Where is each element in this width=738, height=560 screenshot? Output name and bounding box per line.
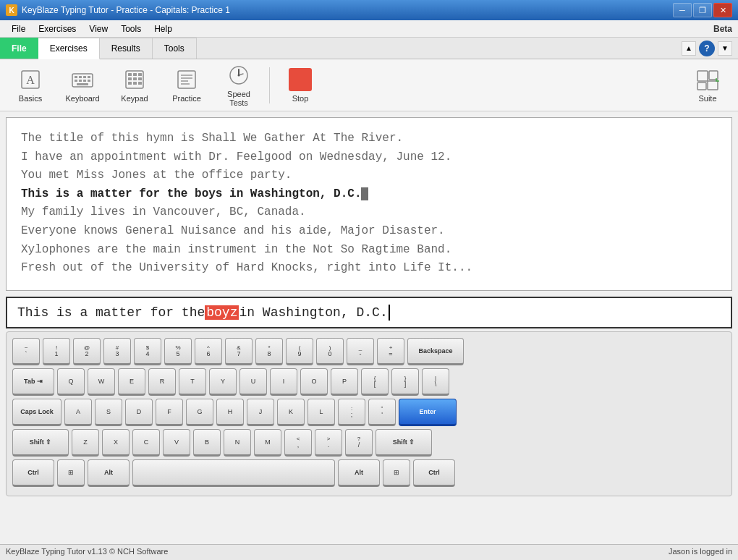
tab-scroll-up[interactable]: ▲ [682, 41, 696, 56]
key-t[interactable]: T [179, 368, 206, 396]
key-ctrl-left[interactable]: Ctrl [12, 459, 54, 487]
key-rbracket[interactable]: }] [391, 368, 419, 396]
exercise-line-0: The title of this hymn is Shall We Gathe… [21, 130, 717, 148]
menu-bar: File Exercises View Tools Help Beta [0, 20, 738, 38]
menu-file[interactable]: File [6, 22, 31, 35]
key-q[interactable]: Q [57, 368, 85, 396]
restore-button[interactable]: ❐ [693, 3, 712, 17]
key-capslock[interactable]: Caps Lock [12, 399, 62, 426]
key-ctrl-right[interactable]: Ctrl [413, 459, 455, 487]
tab-tools[interactable]: Tools [153, 38, 197, 59]
status-left: KeyBlaze Typing Tutor v1.13 © NCH Softwa… [6, 547, 168, 558]
toolbar-keypad-button[interactable]: Keypad [110, 64, 159, 107]
key-l[interactable]: L [308, 399, 335, 426]
tab-file[interactable]: File [0, 38, 38, 59]
key-m[interactable]: M [254, 429, 281, 457]
key-1[interactable]: !1 [43, 338, 70, 365]
key-win-left[interactable]: ⊞ [57, 459, 85, 487]
key-z[interactable]: Z [72, 429, 99, 457]
basics-label: Basics [19, 94, 42, 103]
app-icon: K [6, 4, 17, 16]
key-b[interactable]: B [193, 429, 221, 457]
key-comma[interactable]: <, [284, 429, 312, 457]
menu-exercises[interactable]: Exercises [33, 22, 82, 35]
key-d[interactable]: D [125, 399, 153, 426]
key-backspace[interactable]: Backspace [407, 338, 464, 365]
key-period[interactable]: >. [315, 429, 342, 457]
key-w[interactable]: W [88, 368, 115, 396]
key-slash[interactable]: ?/ [345, 429, 373, 457]
toolbar-separator [269, 67, 270, 103]
key-9[interactable]: (9 [286, 338, 313, 365]
key-space[interactable] [132, 459, 335, 487]
help-button[interactable]: ? [699, 41, 715, 56]
svg-rect-20 [133, 82, 137, 85]
tab-exercises[interactable]: Exercises [38, 38, 100, 59]
key-u[interactable]: U [239, 368, 267, 396]
toolbar-basics-button[interactable]: A Basics [6, 64, 55, 107]
key-tab[interactable]: Tab ⇥ [12, 368, 54, 396]
key-3[interactable]: #3 [103, 338, 131, 365]
key-k[interactable]: K [277, 399, 305, 426]
speedtests-icon [227, 64, 250, 87]
svg-rect-14 [133, 73, 137, 76]
key-5[interactable]: %5 [164, 338, 192, 365]
key-o[interactable]: O [300, 368, 328, 396]
key-f[interactable]: F [156, 399, 183, 426]
key-y[interactable]: Y [209, 368, 237, 396]
key-h[interactable]: H [216, 399, 244, 426]
key-a[interactable]: A [64, 399, 92, 426]
key-shift-right[interactable]: Shift ⇧ [376, 429, 432, 457]
suite-label: Suite [698, 94, 716, 103]
key-semicolon[interactable]: :; [338, 399, 365, 426]
toolbar-keyboard-button[interactable]: Keyboard [58, 64, 107, 107]
key-0[interactable]: )0 [316, 338, 344, 365]
toolbar-suite-button[interactable]: Suite [683, 64, 732, 107]
key-lbracket[interactable]: {[ [361, 368, 389, 396]
key-alt-left[interactable]: Alt [88, 459, 130, 487]
menu-tools[interactable]: Tools [115, 22, 147, 35]
keyboard-display: ~` !1 @2 #3 $4 %5 ^6 &7 *8 (9 )0 _- += B… [6, 331, 732, 496]
key-backslash[interactable]: |\ [422, 368, 449, 396]
key-s[interactable]: S [95, 399, 122, 426]
key-j[interactable]: J [247, 399, 274, 426]
toolbar-stop-button[interactable]: Stop [276, 64, 325, 107]
key-backtick[interactable]: ~` [12, 338, 40, 365]
key-e[interactable]: E [118, 368, 145, 396]
menu-items: File Exercises View Tools Help [6, 22, 178, 35]
tab-results[interactable]: Results [100, 38, 153, 59]
key-alt-right[interactable]: Alt [338, 459, 380, 487]
key-minus[interactable]: _- [347, 338, 374, 365]
key-g[interactable]: G [186, 399, 213, 426]
typing-input-line[interactable]: This is a matter for the boyz in Washing… [6, 297, 732, 328]
menu-view[interactable]: View [83, 22, 114, 35]
key-x[interactable]: X [102, 429, 130, 457]
svg-rect-31 [697, 82, 706, 90]
key-shift-left[interactable]: Shift ⇧ [12, 429, 69, 457]
svg-rect-22 [178, 71, 195, 88]
key-r[interactable]: R [148, 368, 176, 396]
key-v[interactable]: V [163, 429, 190, 457]
key-7[interactable]: &7 [225, 338, 253, 365]
minimize-button[interactable]: ─ [673, 3, 692, 17]
key-2[interactable]: @2 [73, 338, 101, 365]
svg-point-28 [238, 74, 240, 76]
close-button[interactable]: ✕ [713, 3, 732, 17]
key-c[interactable]: C [132, 429, 160, 457]
key-i[interactable]: I [270, 368, 297, 396]
key-enter[interactable]: Enter [399, 399, 457, 426]
menu-help[interactable]: Help [148, 22, 178, 35]
toolbar: A Basics Keyboard [0, 59, 738, 111]
toolbar-speedtests-button[interactable]: Speed Tests [214, 64, 263, 107]
key-6[interactable]: ^6 [195, 338, 222, 365]
tab-dropdown[interactable]: ▼ [718, 41, 732, 56]
key-4[interactable]: $4 [134, 338, 161, 365]
key-equals[interactable]: += [377, 338, 404, 365]
key-win-right[interactable]: ⊞ [383, 459, 410, 487]
exercise-line-3: This is a matter for the boys in Washing… [21, 185, 717, 204]
key-p[interactable]: P [331, 368, 358, 396]
key-quote[interactable]: "' [368, 399, 396, 426]
toolbar-practice-button[interactable]: Practice [162, 64, 211, 107]
key-8[interactable]: *8 [255, 338, 283, 365]
key-n[interactable]: N [224, 429, 251, 457]
